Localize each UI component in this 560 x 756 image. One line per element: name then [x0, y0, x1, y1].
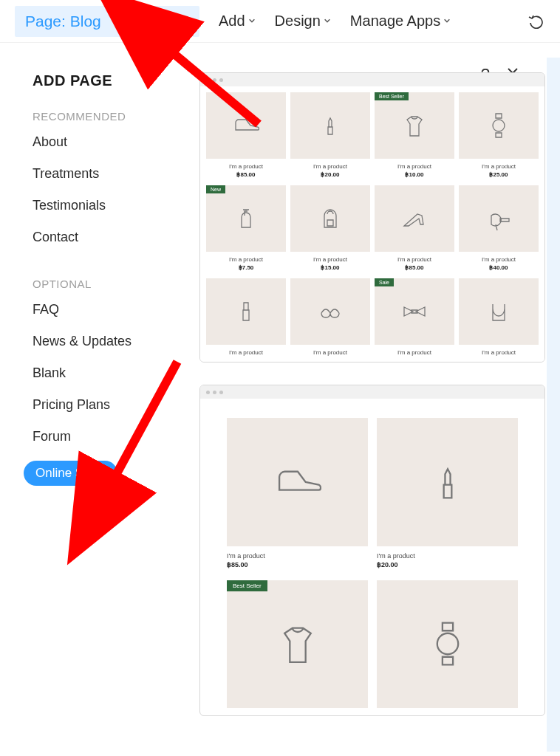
add-page-panel: ? ADD PAGE RECOMMENDED AboutTreatmentsTe…: [0, 43, 560, 756]
product-thumb: [206, 278, 286, 345]
nail-icon: [233, 298, 259, 325]
toolbar-add[interactable]: Add: [219, 13, 256, 30]
product-label: I'm a product: [482, 349, 516, 356]
watch-icon: [485, 112, 512, 139]
product-label: I'm a product: [229, 349, 263, 356]
sidebar-item-testimonials[interactable]: Testimonials: [33, 198, 199, 213]
shirt-icon: [401, 112, 428, 139]
shirt-icon: [274, 620, 321, 667]
product-price: ฿15.00: [321, 264, 339, 271]
page-selector[interactable]: Page: Blog: [15, 6, 199, 37]
section-optional: OPTIONAL: [33, 278, 199, 290]
product-label: I'm a product: [313, 349, 347, 356]
product-thumb: Sale: [375, 278, 454, 345]
product-label: I'm a product: [313, 163, 347, 170]
toolbar-manage-apps[interactable]: Manage Apps: [350, 13, 451, 30]
product-card[interactable]: I'm a product฿85.00: [227, 418, 368, 571]
section-recommended: RECOMMENDED: [33, 110, 199, 123]
product-price: ฿85.00: [227, 561, 248, 568]
product-label: I'm a product: [482, 163, 516, 170]
soap-icon: [233, 205, 259, 232]
product-label: I'm a product: [397, 349, 431, 356]
preview-store-grid-small[interactable]: I'm a product฿85.00I'm a product฿20.00Be…: [199, 72, 545, 362]
shoe-icon: [274, 458, 321, 506]
product-badge: Best Seller: [227, 580, 267, 591]
product-thumb: [459, 278, 539, 345]
product-card[interactable]: I'm a product: [290, 278, 370, 356]
chevron-down-icon: [248, 16, 256, 27]
lipstick-icon: [424, 458, 471, 506]
product-badge: New: [206, 185, 225, 193]
product-price: ฿10.00: [405, 171, 423, 178]
preview-store-grid-large[interactable]: I'm a product฿85.00I'm a product฿20.00Be…: [199, 385, 545, 716]
product-card[interactable]: SaleI'm a product: [375, 278, 454, 356]
lipstick-icon: [317, 112, 344, 139]
bra-icon: [317, 298, 344, 325]
chevron-down-icon: [324, 16, 331, 27]
product-label: I'm a product: [229, 256, 263, 263]
window-chrome: [200, 73, 544, 86]
product-card[interactable]: I'm a product฿20.00: [290, 92, 370, 181]
sidebar-item-blank[interactable]: Blank: [33, 365, 199, 381]
panel-title: ADD PAGE: [33, 72, 199, 89]
product-thumb: Best Seller: [227, 580, 368, 709]
undo-icon: [527, 11, 545, 32]
dryer-icon: [485, 205, 512, 232]
toolbar-manage-apps-label: Manage Apps: [350, 13, 440, 30]
chevron-down-icon: [443, 16, 451, 27]
product-card[interactable]: I'm a product฿20.00: [377, 418, 518, 571]
sidebar-item-about[interactable]: About: [33, 134, 199, 150]
sidebar-item-treatments[interactable]: Treatments: [33, 166, 199, 182]
product-thumb: [206, 92, 286, 159]
watch-icon: [424, 620, 471, 667]
toolbar-add-label: Add: [219, 13, 245, 30]
product-card[interactable]: I'm a product: [459, 278, 539, 356]
product-card[interactable]: Best Seller: [227, 580, 368, 709]
page-selector-label: Page: Blog: [25, 13, 101, 30]
bowtie-icon: [401, 298, 428, 325]
product-card[interactable]: I'm a product฿40.00: [459, 185, 539, 274]
window-chrome: [200, 385, 544, 399]
product-thumb: [290, 92, 370, 159]
toolbar-design-label: Design: [275, 13, 321, 30]
product-thumb: New: [206, 185, 286, 252]
product-price: ฿40.00: [489, 264, 508, 271]
product-card[interactable]: I'm a product฿85.00: [375, 185, 454, 274]
product-label: I'm a product: [397, 256, 431, 263]
sidebar-item-online-store[interactable]: Online Store: [24, 461, 117, 486]
product-badge: Best Seller: [375, 92, 409, 100]
product-thumb: [290, 185, 370, 252]
product-card[interactable]: Best SellerI'm a product฿10.00: [375, 92, 454, 181]
top-toolbar: Page: Blog Add Design Manage Apps: [0, 0, 560, 43]
toolbar-design[interactable]: Design: [275, 13, 331, 30]
backpack-icon: [317, 205, 344, 232]
product-thumb: [375, 185, 454, 252]
product-thumb: [290, 278, 370, 345]
shoe-icon: [233, 112, 259, 139]
product-card[interactable]: NewI'm a product฿7.50: [206, 185, 286, 274]
product-card[interactable]: I'm a product฿25.00: [459, 92, 539, 181]
product-price: ฿85.00: [405, 264, 423, 271]
tank-icon: [485, 298, 512, 325]
product-thumb: Best Seller: [375, 92, 454, 159]
product-thumb: [227, 418, 368, 546]
sidebar-item-forum[interactable]: Forum: [33, 429, 199, 444]
undo-button[interactable]: [527, 11, 545, 32]
product-price: ฿7.50: [239, 264, 254, 271]
sidebar-item-pricing-plans[interactable]: Pricing Plans: [33, 397, 199, 413]
product-card[interactable]: I'm a product฿85.00: [206, 92, 286, 181]
product-card[interactable]: I'm a product฿15.00: [290, 185, 370, 274]
sidebar-item-news-updates[interactable]: News & Updates: [33, 334, 199, 349]
sidebar-item-faq[interactable]: FAQ: [33, 302, 199, 317]
product-thumb: [459, 92, 539, 159]
product-label: I'm a product: [229, 163, 263, 170]
product-badge: Sale: [375, 278, 394, 286]
product-card[interactable]: [377, 580, 518, 709]
product-card[interactable]: I'm a product: [206, 278, 286, 356]
product-price: ฿85.00: [236, 171, 255, 178]
product-price: ฿20.00: [377, 561, 398, 568]
product-label: I'm a product: [397, 163, 431, 170]
sidebar-item-contact[interactable]: Contact: [33, 230, 199, 245]
product-thumb: [377, 580, 518, 709]
template-previews: I'm a product฿85.00I'm a product฿20.00Be…: [199, 72, 545, 737]
